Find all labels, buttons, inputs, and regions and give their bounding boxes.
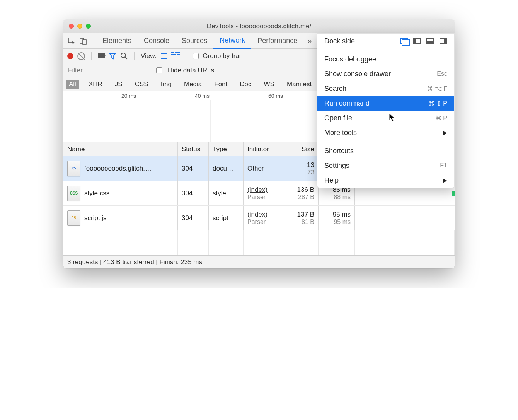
device-toolbar-icon[interactable] bbox=[78, 36, 88, 46]
menu-item-label: Search bbox=[324, 85, 346, 93]
dock-side-label: Dock side bbox=[324, 37, 355, 45]
col-type[interactable]: Type bbox=[209, 142, 244, 156]
menu-item-shortcut: ⌘ P bbox=[435, 114, 447, 122]
menu-item-shortcut: ⌘ ⌥ F bbox=[427, 85, 447, 92]
col-status[interactable]: Status bbox=[178, 142, 209, 156]
file-type-icon: JS bbox=[67, 210, 80, 226]
more-tabs-icon[interactable]: » bbox=[307, 36, 312, 45]
hide-data-urls-checkbox[interactable] bbox=[156, 67, 162, 73]
titlebar: DevTools - fooooooooods.glitch.me/ bbox=[63, 19, 455, 33]
size-transferred: 13 bbox=[307, 161, 314, 169]
menu-item-search[interactable]: Search⌘ ⌥ F bbox=[317, 81, 454, 96]
menu-item-label: Run command bbox=[324, 99, 370, 108]
timeline-tick: 20 ms bbox=[121, 93, 136, 99]
menu-item-focus-debuggee[interactable]: Focus debuggee bbox=[317, 52, 454, 67]
initiator-sub: Parser bbox=[247, 194, 282, 201]
inspect-element-icon[interactable] bbox=[66, 36, 77, 46]
tab-performance[interactable]: Performance bbox=[251, 33, 303, 49]
menu-item-more-tools[interactable]: More tools▶ bbox=[317, 125, 454, 140]
dock-side-row: Dock side bbox=[317, 34, 454, 48]
svg-rect-6 bbox=[175, 52, 180, 53]
dock-left-icon[interactable] bbox=[413, 38, 421, 44]
group-by-frame-checkbox[interactable] bbox=[193, 53, 199, 59]
file-type-icon: CSS bbox=[67, 186, 80, 201]
tab-sources[interactable]: Sources bbox=[176, 33, 213, 49]
waterfall-cell bbox=[355, 206, 455, 230]
dock-undock-icon[interactable] bbox=[400, 38, 408, 44]
type-filter-manifest[interactable]: Manifest bbox=[284, 80, 315, 89]
menu-item-open-file[interactable]: Open file⌘ P bbox=[317, 111, 454, 125]
list-view-icon[interactable]: ☰ bbox=[160, 51, 167, 61]
tab-console[interactable]: Console bbox=[138, 33, 176, 49]
col-initiator[interactable]: Initiator bbox=[244, 142, 286, 156]
menu-item-show-console-drawer[interactable]: Show console drawerEsc bbox=[317, 67, 454, 81]
dock-bottom-icon[interactable] bbox=[426, 38, 434, 44]
svg-rect-7 bbox=[171, 54, 176, 55]
menu-item-label: Settings bbox=[324, 162, 349, 170]
type-filter-css[interactable]: CSS bbox=[132, 80, 152, 89]
view-label: View: bbox=[141, 52, 157, 60]
menu-item-label: Shortcuts bbox=[324, 147, 354, 155]
request-status: 304 bbox=[178, 181, 209, 205]
size-resource: 287 B bbox=[298, 194, 314, 201]
request-type: style… bbox=[209, 181, 244, 205]
type-filter-doc[interactable]: Doc bbox=[237, 80, 254, 89]
size-transferred: 136 B bbox=[297, 186, 314, 194]
col-size[interactable]: Size bbox=[286, 142, 319, 156]
time-latency: 88 ms bbox=[334, 194, 351, 201]
devtools-window: DevTools - fooooooooods.glitch.me/ Eleme… bbox=[63, 19, 455, 268]
menu-item-label: Help bbox=[324, 176, 339, 184]
tab-network[interactable]: Network bbox=[213, 33, 251, 49]
size-resource: 81 B bbox=[302, 219, 314, 225]
table-row-empty bbox=[63, 230, 455, 255]
status-summary: 3 requests | 413 B transferred | Finish:… bbox=[67, 258, 202, 266]
screenshot-icon[interactable] bbox=[98, 53, 105, 58]
size-transferred: 137 B bbox=[297, 211, 314, 219]
table-row[interactable]: JSscript.js304script(index)Parser137 B81… bbox=[63, 206, 455, 230]
type-filter-font[interactable]: Font bbox=[211, 80, 230, 89]
col-name[interactable]: Name bbox=[63, 142, 178, 156]
menu-item-settings[interactable]: SettingsF1 bbox=[317, 158, 454, 173]
search-icon[interactable] bbox=[120, 52, 128, 60]
time-latency: 95 ms bbox=[334, 219, 351, 225]
initiator-link[interactable]: (index) bbox=[247, 211, 282, 219]
menu-item-shortcut: ▶ bbox=[443, 130, 447, 136]
type-filter-xhr[interactable]: XHR bbox=[85, 80, 106, 89]
filter-icon[interactable] bbox=[109, 52, 116, 60]
tab-elements[interactable]: Elements bbox=[96, 33, 138, 49]
request-name: script.js bbox=[84, 214, 107, 222]
svg-point-3 bbox=[121, 53, 126, 58]
menu-item-shortcut: ▶ bbox=[443, 177, 447, 183]
filter-input[interactable] bbox=[66, 65, 151, 76]
window-title: DevTools - fooooooooods.glitch.me/ bbox=[63, 22, 455, 30]
type-filter-ws[interactable]: WS bbox=[261, 80, 278, 89]
large-rows-icon[interactable] bbox=[171, 52, 180, 60]
initiator-link[interactable]: (index) bbox=[247, 186, 282, 194]
request-status: 304 bbox=[178, 156, 209, 181]
type-filter-media[interactable]: Media bbox=[181, 80, 205, 89]
menu-item-label: Focus debuggee bbox=[324, 55, 376, 63]
type-filter-img[interactable]: Img bbox=[158, 80, 175, 89]
initiator-sub: Parser bbox=[247, 219, 282, 225]
initiator-link: Other bbox=[247, 165, 282, 172]
size-resource: 73 bbox=[307, 169, 314, 176]
menu-item-shortcut: Esc bbox=[437, 70, 447, 77]
menu-item-label: Open file bbox=[324, 114, 352, 122]
svg-line-4 bbox=[125, 57, 127, 59]
menu-item-shortcut: F1 bbox=[440, 162, 447, 169]
request-type: docu… bbox=[209, 156, 244, 181]
type-filter-all[interactable]: All bbox=[66, 80, 79, 89]
timeline-tick: 40 ms bbox=[195, 93, 210, 99]
svg-rect-5 bbox=[171, 52, 174, 53]
menu-item-shortcuts[interactable]: Shortcuts bbox=[317, 143, 454, 158]
status-bar: 3 requests | 413 B transferred | Finish:… bbox=[63, 255, 455, 268]
record-button[interactable] bbox=[67, 53, 73, 59]
menu-item-shortcut: ⌘ ⇧ P bbox=[428, 100, 447, 107]
file-type-icon: <> bbox=[67, 161, 80, 176]
request-status: 304 bbox=[178, 206, 209, 230]
menu-item-run-command[interactable]: Run command⌘ ⇧ P bbox=[317, 96, 454, 111]
type-filter-js[interactable]: JS bbox=[112, 80, 126, 89]
clear-button[interactable] bbox=[77, 52, 85, 60]
dock-right-icon[interactable] bbox=[440, 38, 447, 44]
menu-item-help[interactable]: Help▶ bbox=[317, 173, 454, 188]
